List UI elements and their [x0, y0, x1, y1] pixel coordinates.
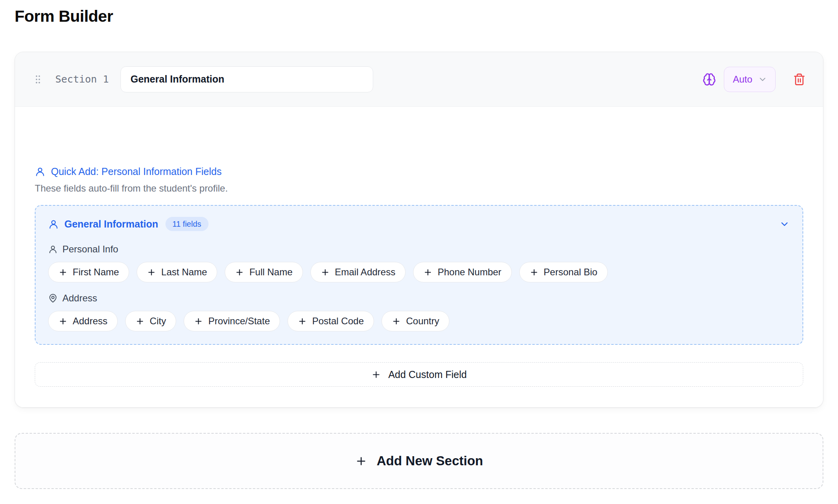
chevron-down-icon — [758, 75, 767, 84]
plus-icon — [58, 317, 68, 326]
plus-icon — [371, 370, 381, 380]
address-fields: Address City Province/State Postal Code — [48, 311, 790, 331]
plus-icon — [355, 455, 367, 467]
mode-select-value: Auto — [733, 74, 752, 85]
group-label-address: Address — [48, 293, 790, 304]
group-label-personal-info: Personal Info — [48, 244, 790, 255]
group-label-text: Personal Info — [62, 244, 118, 255]
collapse-panel-button[interactable] — [779, 219, 790, 229]
quick-add-title: Quick Add: Personal Information Fields — [35, 166, 803, 177]
add-field-postal-code[interactable]: Postal Code — [287, 311, 374, 331]
add-field-province-state[interactable]: Province/State — [184, 311, 280, 331]
add-field-city[interactable]: City — [125, 311, 176, 331]
plus-icon — [423, 268, 432, 277]
user-icon — [35, 166, 45, 177]
fields-count-badge: 11 fields — [165, 217, 209, 231]
user-icon — [48, 219, 59, 229]
plus-icon — [321, 268, 330, 277]
add-field-personal-bio[interactable]: Personal Bio — [519, 262, 608, 282]
add-new-section-button[interactable]: Add New Section — [15, 433, 823, 489]
section-number-label: Section 1 — [55, 73, 109, 85]
quick-add-title-text: Quick Add: Personal Information Fields — [51, 166, 222, 177]
plus-icon — [58, 268, 68, 277]
plus-icon — [298, 317, 307, 326]
group-label-text: Address — [62, 293, 97, 304]
section-header-actions: Auto — [703, 67, 806, 92]
add-field-first-name[interactable]: First Name — [48, 262, 129, 282]
plus-icon — [235, 268, 244, 277]
map-pin-icon — [48, 293, 58, 303]
brain-icon[interactable] — [703, 73, 716, 86]
section-card: Section 1 Auto Quick Add: Personal Infor… — [15, 52, 823, 408]
add-field-email-address[interactable]: Email Address — [310, 262, 406, 282]
quick-add-panel-header[interactable]: General Information 11 fields — [48, 217, 790, 231]
user-icon — [48, 244, 58, 254]
plus-icon — [194, 317, 203, 326]
plus-icon — [392, 317, 401, 326]
plus-icon — [147, 268, 156, 277]
add-field-address[interactable]: Address — [48, 311, 118, 331]
add-field-full-name[interactable]: Full Name — [225, 262, 303, 282]
drag-handle-icon[interactable] — [32, 74, 43, 85]
delete-section-button[interactable] — [793, 73, 806, 86]
add-field-phone-number[interactable]: Phone Number — [413, 262, 511, 282]
form-builder-page: Form Builder Section 1 Auto — [0, 0, 838, 489]
personal-info-fields: First Name Last Name Full Name Email Add… — [48, 262, 790, 282]
add-field-country[interactable]: Country — [381, 311, 449, 331]
trash-icon — [793, 73, 806, 86]
add-custom-field-button[interactable]: Add Custom Field — [35, 362, 803, 387]
chevron-down-icon — [779, 219, 790, 229]
plus-icon — [530, 268, 539, 277]
quick-add-subtitle: These fields auto-fill from the student'… — [35, 183, 803, 194]
plus-icon — [135, 317, 145, 326]
mode-select[interactable]: Auto — [724, 67, 776, 92]
section-card-body: Quick Add: Personal Information Fields T… — [15, 107, 823, 407]
quick-add-panel: General Information 11 fields Personal I… — [35, 205, 803, 345]
section-card-header: Section 1 Auto — [15, 52, 823, 107]
quick-add-panel-title: General Information — [64, 218, 158, 230]
section-title-input[interactable] — [120, 66, 373, 92]
page-title: Form Builder — [15, 7, 823, 26]
add-field-last-name[interactable]: Last Name — [137, 262, 217, 282]
